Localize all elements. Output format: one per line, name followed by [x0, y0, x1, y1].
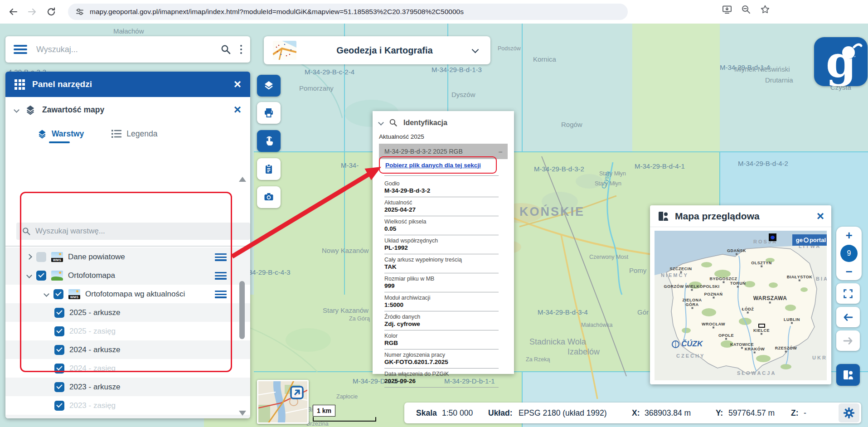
overview-country-label: BIA: [816, 276, 827, 281]
collapse-chevron-icon[interactable]: [378, 120, 384, 126]
layer-label: 2023 - arkusze: [69, 383, 120, 392]
layer-menu-icon[interactable]: [215, 291, 227, 298]
menu-hamburger-icon[interactable]: [14, 45, 27, 54]
layer-checkbox[interactable]: [54, 345, 64, 355]
field-value: M-34-29-B-d-3-2: [384, 187, 499, 194]
layer-checkbox[interactable]: [54, 326, 64, 336]
next-extent-button[interactable]: [836, 330, 860, 351]
layer-checkbox[interactable]: [54, 308, 64, 318]
overview-map[interactable]: GDAŃSKOLSZTYNSZCZECINBYDGOSZCZTORUŃBIAŁY…: [655, 231, 827, 380]
search-icon[interactable]: [220, 44, 231, 55]
printer-icon: [263, 107, 275, 119]
layer-menu-icon[interactable]: [215, 272, 227, 280]
scroll-down-icon[interactable]: [239, 411, 246, 416]
site-info-icon[interactable]: [75, 7, 84, 16]
fullscreen-button[interactable]: [836, 283, 860, 304]
layer-checkbox[interactable]: [54, 382, 64, 392]
layer-search-input[interactable]: [35, 227, 245, 236]
scrollbar-thumb[interactable]: [239, 281, 245, 339]
bookmark-star-icon[interactable]: [760, 4, 771, 15]
layer-checkbox[interactable]: [54, 401, 64, 411]
field-label: Rozmiar pliku w MB: [384, 276, 499, 282]
browser-toolbar: mapy.geoportal.gov.pl/imapnext/imap/inde…: [0, 0, 868, 24]
overview-city-label: WROCŁAW: [702, 322, 725, 329]
field-value: 999: [384, 282, 499, 289]
zoom-control: + 9 −: [836, 227, 862, 280]
field-value: RGB: [384, 340, 499, 346]
layer-checkbox[interactable]: [36, 271, 46, 281]
layer-row[interactable]: Ortofotomapa wg aktualności: [5, 285, 250, 303]
close-map-content-icon[interactable]: ×: [234, 103, 241, 116]
layer-menu-icon[interactable]: [215, 253, 227, 261]
layer-row[interactable]: Ortofotomapa: [5, 266, 250, 285]
zoom-in-button[interactable]: +: [845, 229, 852, 241]
map-label: Gór: [637, 308, 649, 316]
expand-chevron-icon[interactable]: [26, 254, 32, 260]
geoportal-logo[interactable]: g: [814, 37, 868, 86]
field-label: Cały arkusz wypełniony treścią: [384, 257, 499, 263]
cuzk-logo: ČÚZK: [672, 340, 703, 349]
map-label: M-34-29-B-d-3-2: [534, 165, 584, 173]
browser-forward-icon[interactable]: [24, 4, 40, 19]
layer-row[interactable]: 2025 - arkusze: [5, 303, 250, 322]
search-input[interactable]: [36, 45, 211, 54]
layer-row[interactable]: 2025 - zasięg: [5, 322, 250, 340]
module-selector[interactable]: Geodezja i Kartografia: [264, 36, 490, 64]
settings-button[interactable]: [839, 403, 859, 422]
scroll-up-icon[interactable]: [239, 177, 246, 182]
collapse-minus-icon[interactable]: –: [499, 148, 502, 155]
map-label: M-34-: [341, 161, 359, 169]
layer-tree: Dane powiatowe Ortofotomapa Ortofotomapa…: [5, 247, 250, 418]
camera-tool-button[interactable]: [257, 186, 281, 208]
tab-layers[interactable]: Warstwy: [37, 122, 84, 145]
layers-tool-button[interactable]: [257, 75, 281, 97]
close-panel-icon[interactable]: ×: [234, 78, 241, 91]
layer-checkbox[interactable]: [54, 364, 64, 374]
layer-label: 2023 - zasięg: [69, 401, 116, 410]
expand-chevron-icon[interactable]: [44, 291, 49, 297]
main-search-bar: [5, 36, 250, 63]
chevron-down-icon[interactable]: [14, 107, 19, 113]
map-content-title: Zawartość mapy: [42, 105, 228, 115]
zoom-page-icon[interactable]: [741, 4, 752, 15]
map-label: Pomorzany: [299, 84, 334, 92]
layer-row[interactable]: 2023 - zasięg: [5, 396, 250, 415]
overview-map-toggle-button[interactable]: [836, 364, 860, 386]
install-app-icon[interactable]: [722, 4, 732, 15]
url-text[interactable]: mapy.geoportal.gov.pl/imapnext/imap/inde…: [90, 8, 464, 16]
layer-row[interactable]: 2022 i starsze - arkusze: [5, 415, 250, 418]
close-overview-icon[interactable]: ×: [817, 210, 824, 223]
more-options-icon[interactable]: [240, 45, 242, 54]
tab-legend[interactable]: Legenda: [111, 122, 157, 145]
chevron-down-icon[interactable]: [472, 46, 479, 53]
identify-tool-button[interactable]: [257, 130, 281, 152]
previous-extent-button[interactable]: [836, 307, 860, 327]
layer-checkbox[interactable]: [36, 252, 46, 262]
layer-row[interactable]: Dane powiatowe: [5, 247, 250, 266]
address-bar[interactable]: mapy.geoportal.gov.pl/imapnext/imap/inde…: [68, 4, 628, 20]
zoom-out-button[interactable]: −: [845, 266, 852, 277]
identify-title: Identyfikacja: [403, 119, 447, 127]
clipboard-tool-button[interactable]: [257, 158, 281, 180]
overview-city-label: TORUŃ: [730, 281, 746, 288]
z-label: Z:: [791, 408, 799, 418]
layer-row[interactable]: 2024 - arkusze: [5, 340, 250, 359]
scale-bar-label: 1 km: [313, 405, 335, 417]
active-tab-underline: [49, 141, 70, 143]
open-external-icon[interactable]: [289, 385, 305, 400]
basemap-switcher[interactable]: [257, 380, 309, 424]
print-tool-button[interactable]: [257, 102, 281, 124]
browser-back-icon[interactable]: [5, 4, 21, 19]
camera-icon: [263, 191, 275, 203]
map-label: Małachówka: [581, 322, 612, 328]
layer-checkbox[interactable]: [53, 289, 63, 299]
layer-row[interactable]: 2023 - arkusze: [5, 378, 250, 396]
map-label: 34-29-B-c-4-3: [248, 268, 291, 276]
download-data-link[interactable]: Pobierz plik danych dla tej sekcji: [385, 162, 481, 169]
overview-city-label: RZESZÓW: [775, 346, 797, 353]
layer-row[interactable]: 2024 - zasięg: [5, 359, 250, 378]
browser-reload-icon[interactable]: [44, 4, 59, 19]
layer-type-icon: [51, 271, 63, 281]
expand-chevron-icon[interactable]: [26, 272, 32, 278]
overview-city-label: ŁÓDŹ: [742, 307, 754, 314]
